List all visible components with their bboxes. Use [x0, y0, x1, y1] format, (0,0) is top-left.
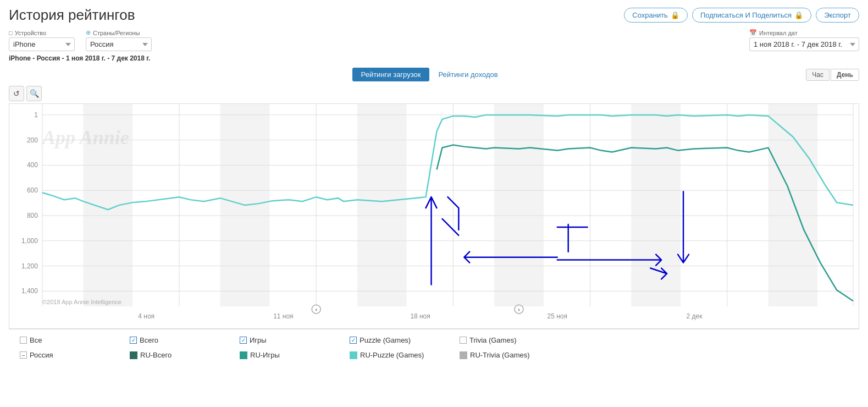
svg-text:1,200: 1,200: [21, 262, 38, 270]
lock-icon-2: 🔒: [794, 11, 803, 19]
save-button[interactable]: Сохранить 🔒: [624, 8, 688, 23]
legend-russia-prefix[interactable]: − Россия: [18, 350, 128, 360]
date-label: 📅 Интервал дат: [749, 29, 859, 36]
legend-checkbox-games[interactable]: [240, 337, 247, 344]
export-button[interactable]: Экспорт: [816, 8, 859, 23]
svg-rect-3: [494, 104, 544, 306]
svg-text:1,400: 1,400: [21, 287, 38, 295]
svg-rect-4: [631, 104, 681, 306]
device-label: □ Устройство: [9, 30, 75, 36]
controls-row: □ Устройство iPhone iPad ⊕ Страны/Регион…: [9, 29, 859, 51]
legend-label-puzzle: Puzzle (Games): [360, 336, 411, 344]
legend-total[interactable]: Всего: [128, 335, 237, 345]
svg-text:4 ноя: 4 ноя: [138, 312, 154, 320]
svg-text:800: 800: [27, 212, 38, 219]
device-control: □ Устройство iPhone iPad: [9, 30, 75, 51]
legend-color-ru-puzzle: [350, 351, 357, 359]
subscribe-button[interactable]: Подписаться И Поделиться 🔒: [692, 8, 811, 23]
svg-text:1,000: 1,000: [21, 237, 38, 245]
legend-label-total: Всего: [140, 336, 158, 344]
chart-controls: ↺ 🔍: [9, 86, 859, 101]
legend-label-all: Все: [30, 336, 42, 344]
legend-color-ru-trivia: [460, 351, 467, 359]
chart-svg: 1 200 400 600 800 1,000 1,200 1,400 4 но…: [9, 104, 859, 328]
legend-games[interactable]: Игры: [237, 335, 347, 345]
legend-label-games: Игры: [250, 336, 267, 344]
lock-icon: 🔒: [671, 11, 679, 19]
header-buttons: Сохранить 🔒 Подписаться И Поделиться 🔒 Э…: [624, 8, 859, 23]
svg-text:400: 400: [27, 161, 38, 169]
chart-subtitle: iPhone - Россия - 1 ноя 2018 г. - 7 дек …: [9, 54, 859, 62]
legend-checkbox-puzzle[interactable]: [350, 337, 357, 344]
legend-ru-trivia: RU-Trivia (Games): [457, 350, 567, 360]
legend-color-ru-games: [240, 351, 247, 359]
time-buttons: Час День: [806, 69, 859, 81]
legend-checkbox-trivia[interactable]: [460, 337, 467, 344]
svg-text:♦: ♦: [315, 307, 318, 312]
svg-text:♦: ♦: [518, 307, 521, 312]
hour-button[interactable]: Час: [806, 69, 830, 81]
legend-checkbox-all[interactable]: [20, 337, 27, 344]
legend-row: Все Всего Игры Puzzle (Games) Trivia (Ga…: [9, 329, 859, 366]
legend-checkbox-total[interactable]: [130, 337, 137, 344]
region-label: ⊕ Страны/Регионы: [86, 29, 152, 36]
chart-tabs-row: Рейтинги загрузок Рейтинги доходов Час Д…: [9, 68, 859, 81]
legend-section-1: Все Всего Игры Puzzle (Games) Trivia (Ga…: [18, 335, 850, 345]
legend-trivia[interactable]: Trivia (Games): [457, 335, 567, 345]
chart-tabs: Рейтинги загрузок Рейтинги доходов: [53, 68, 806, 81]
chart-area: App Annie ©2018 App Annie Intelligence: [9, 103, 859, 329]
svg-text:25 ноя: 25 ноя: [548, 312, 567, 320]
legend-puzzle[interactable]: Puzzle (Games): [347, 335, 457, 345]
legend-section-2: − Россия RU-Всего RU-Игры RU-Puzzle (Gam…: [18, 348, 850, 360]
zoom-button[interactable]: 🔍: [26, 86, 42, 101]
day-button[interactable]: День: [831, 69, 859, 81]
legend-ru-puzzle: RU-Puzzle (Games): [347, 350, 457, 360]
svg-text:600: 600: [27, 186, 38, 194]
svg-rect-5: [769, 104, 818, 306]
legend-ru-games: RU-Игры: [237, 350, 347, 360]
legend-minus-russia[interactable]: −: [20, 351, 27, 359]
reset-button[interactable]: ↺: [9, 86, 24, 101]
controls-left: □ Устройство iPhone iPad ⊕ Страны/Регион…: [9, 29, 152, 51]
svg-text:2 дек: 2 дек: [687, 312, 703, 320]
legend-all[interactable]: Все: [18, 335, 128, 345]
svg-text:1: 1: [34, 111, 38, 119]
tab-revenue[interactable]: Рейтинги доходов: [429, 68, 506, 81]
svg-rect-2: [357, 104, 407, 306]
tab-downloads[interactable]: Рейтинги загрузок: [352, 68, 430, 81]
svg-text:11 ноя: 11 ноя: [273, 312, 293, 320]
legend-color-ru-total: [130, 351, 137, 359]
date-range-select[interactable]: 1 ноя 2018 г. - 7 дек 2018 г.: [749, 37, 859, 51]
legend-label-trivia: Trivia (Games): [469, 336, 516, 344]
region-control: ⊕ Страны/Регионы Россия США: [86, 29, 152, 51]
svg-text:18 ноя: 18 ноя: [410, 312, 430, 320]
page-title: История рейтингов: [9, 7, 135, 24]
legend-ru-total: RU-Всего: [128, 350, 237, 360]
svg-text:200: 200: [27, 136, 38, 144]
device-select[interactable]: iPhone iPad: [9, 37, 75, 51]
region-select[interactable]: Россия США: [86, 37, 152, 51]
svg-rect-0: [84, 104, 133, 306]
date-range-control: 📅 Интервал дат 1 ноя 2018 г. - 7 дек 201…: [749, 29, 859, 51]
